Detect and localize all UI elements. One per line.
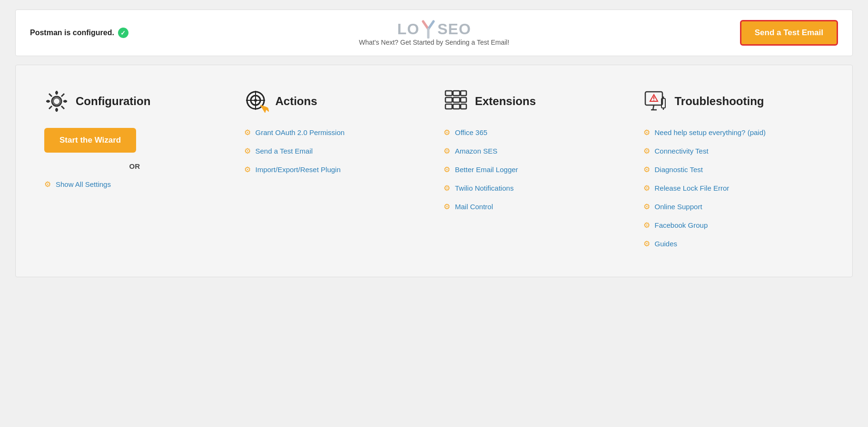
svg-rect-28 xyxy=(461,97,466,102)
svg-line-8 xyxy=(49,94,52,97)
mail-control-link[interactable]: Mail Control xyxy=(455,203,493,211)
troubleshooting-column: Troubleshooting ⚙ Need help setup everyt… xyxy=(643,89,824,248)
logo-lo-text: LO xyxy=(397,20,419,38)
send-test-email-actions-link[interactable]: Send a Test Email xyxy=(256,147,313,155)
better-email-logger-item[interactable]: ⚙ Better Email Logger xyxy=(444,165,624,174)
mail-control-item[interactable]: ⚙ Mail Control xyxy=(444,202,624,211)
gear-link-icon-t4: ⚙ xyxy=(643,184,650,193)
start-wizard-button[interactable]: Start the Wizard xyxy=(44,128,136,153)
gear-link-icon-e3: ⚙ xyxy=(444,165,450,174)
actions-title: Actions xyxy=(244,89,425,114)
gear-link-icon-t7: ⚙ xyxy=(643,239,650,248)
online-support-item[interactable]: ⚙ Online Support xyxy=(643,202,824,211)
gear-link-icon-t3: ⚙ xyxy=(643,165,650,174)
troubleshooting-title: Troubleshooting xyxy=(643,89,824,114)
release-lock-file-link[interactable]: Release Lock File Error xyxy=(655,184,730,192)
connectivity-test-item[interactable]: ⚙ Connectivity Test xyxy=(643,146,824,155)
svg-rect-30 xyxy=(453,104,460,109)
import-export-item[interactable]: ⚙ Import/Export/Reset Plugin xyxy=(244,165,425,174)
svg-point-12 xyxy=(53,98,60,105)
configuration-links: ⚙ Show All Settings xyxy=(44,180,225,189)
actions-link-list: ⚙ Grant OAuth 2.0 Permission ⚙ Send a Te… xyxy=(244,128,425,174)
extensions-title: Extensions xyxy=(444,89,624,114)
configuration-column: Configuration Start the Wizard OR ⚙ Show… xyxy=(44,89,225,248)
logo-area: LO SEO What's Next? Get Started by Sendi… xyxy=(359,19,509,46)
svg-line-33 xyxy=(653,105,654,110)
svg-point-16 xyxy=(64,100,67,103)
office365-item[interactable]: ⚙ Office 365 xyxy=(444,128,624,137)
svg-rect-23 xyxy=(445,91,452,96)
send-test-email-button[interactable]: Send a Test Email xyxy=(740,20,838,46)
amazon-ses-item[interactable]: ⚙ Amazon SES xyxy=(444,146,624,155)
extensions-title-text: Extensions xyxy=(475,95,536,108)
twilio-link[interactable]: Twilio Notifications xyxy=(455,184,513,192)
check-icon: ✓ xyxy=(118,28,128,38)
actions-icon xyxy=(244,89,269,114)
gear-link-icon-2: ⚙ xyxy=(244,146,251,155)
gear-link-icon-e5: ⚙ xyxy=(444,202,450,211)
configuration-title-text: Configuration xyxy=(76,95,150,108)
need-help-link[interactable]: Need help setup everything? (paid) xyxy=(655,128,766,136)
grant-oauth-link[interactable]: Grant OAuth 2.0 Permission xyxy=(256,128,345,136)
diagnostic-test-link[interactable]: Diagnostic Test xyxy=(655,165,703,174)
release-lock-file-item[interactable]: ⚙ Release Lock File Error xyxy=(643,184,824,193)
main-panel: Configuration Start the Wizard OR ⚙ Show… xyxy=(15,65,853,277)
actions-column: Actions ⚙ Grant OAuth 2.0 Permission ⚙ S… xyxy=(244,89,425,248)
troubleshooting-title-text: Troubleshooting xyxy=(675,95,764,108)
facebook-group-item[interactable]: ⚙ Facebook Group xyxy=(643,221,824,230)
office365-link[interactable]: Office 365 xyxy=(455,128,487,136)
twilio-item[interactable]: ⚙ Twilio Notifications xyxy=(444,184,624,193)
tagline: What's Next? Get Started by Sending a Te… xyxy=(359,39,509,46)
online-support-link[interactable]: Online Support xyxy=(655,203,702,211)
svg-point-15 xyxy=(47,100,49,103)
svg-rect-25 xyxy=(461,91,466,96)
svg-point-14 xyxy=(55,108,58,111)
import-export-link[interactable]: Import/Export/Reset Plugin xyxy=(256,165,341,174)
svg-rect-27 xyxy=(453,97,460,102)
troubleshooting-link-list: ⚙ Need help setup everything? (paid) ⚙ C… xyxy=(643,128,824,248)
svg-rect-26 xyxy=(445,97,452,102)
svg-marker-22 xyxy=(260,105,269,113)
svg-line-1 xyxy=(428,21,434,29)
configuration-title: Configuration xyxy=(44,89,225,114)
gear-link-icon-e2: ⚙ xyxy=(444,146,450,155)
troubleshooting-icon xyxy=(643,89,668,114)
need-help-item[interactable]: ⚙ Need help setup everything? (paid) xyxy=(643,128,824,137)
postman-status: Postman is configured. ✓ xyxy=(30,28,128,38)
svg-rect-29 xyxy=(445,104,452,109)
amazon-ses-link[interactable]: Amazon SES xyxy=(455,147,497,155)
extensions-column: Extensions ⚙ Office 365 ⚙ Amazon SES ⚙ B… xyxy=(444,89,624,248)
show-all-settings-link[interactable]: Show All Settings xyxy=(56,180,111,188)
actions-title-text: Actions xyxy=(276,95,317,108)
svg-line-10 xyxy=(61,94,64,97)
send-test-email-item[interactable]: ⚙ Send a Test Email xyxy=(244,146,425,155)
top-banner: Postman is configured. ✓ LO SEO What's N… xyxy=(15,10,853,56)
diagnostic-test-item[interactable]: ⚙ Diagnostic Test xyxy=(643,165,824,174)
svg-point-37 xyxy=(653,100,654,101)
or-divider: OR xyxy=(44,162,225,170)
extensions-icon xyxy=(444,89,468,114)
better-email-logger-link[interactable]: Better Email Logger xyxy=(455,165,518,174)
grant-oauth-item[interactable]: ⚙ Grant OAuth 2.0 Permission xyxy=(244,128,425,137)
gear-link-icon-e4: ⚙ xyxy=(444,184,450,193)
gear-link-icon-t1: ⚙ xyxy=(643,128,650,137)
connectivity-test-link[interactable]: Connectivity Test xyxy=(655,147,709,155)
logo: LO SEO xyxy=(397,19,471,39)
facebook-group-link[interactable]: Facebook Group xyxy=(655,221,708,229)
logo-seo-text: SEO xyxy=(437,20,471,38)
configuration-icon xyxy=(44,89,69,114)
gear-link-icon-t6: ⚙ xyxy=(643,221,650,230)
svg-point-13 xyxy=(55,91,58,94)
gear-link-icon-1: ⚙ xyxy=(244,128,251,137)
guides-link[interactable]: Guides xyxy=(655,240,678,248)
guides-item[interactable]: ⚙ Guides xyxy=(643,239,824,248)
show-all-settings-item[interactable]: ⚙ Show All Settings xyxy=(44,180,225,189)
svg-line-0 xyxy=(423,21,428,29)
svg-line-9 xyxy=(61,106,64,109)
gear-link-icon-3: ⚙ xyxy=(244,165,251,174)
columns-grid: Configuration Start the Wizard OR ⚙ Show… xyxy=(44,89,824,248)
svg-rect-24 xyxy=(453,91,460,96)
extensions-link-list: ⚙ Office 365 ⚙ Amazon SES ⚙ Better Email… xyxy=(444,128,624,211)
gear-link-icon-t5: ⚙ xyxy=(643,202,650,211)
gear-link-icon: ⚙ xyxy=(44,180,51,189)
